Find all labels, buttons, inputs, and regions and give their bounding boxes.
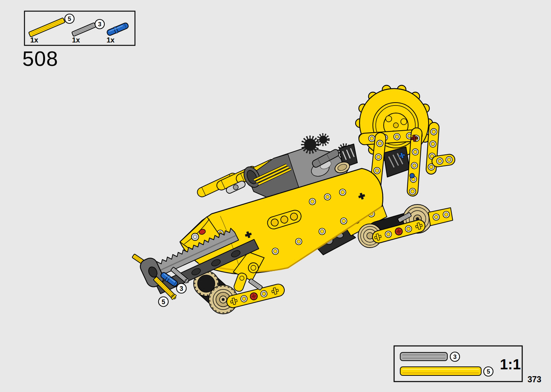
callout-3-label: 3 bbox=[180, 285, 183, 292]
part-callout-5-label: 5 bbox=[68, 15, 71, 22]
step-number: 508 bbox=[22, 47, 58, 70]
scale-axle-7-yellow bbox=[400, 367, 481, 375]
callout-5-label: 5 bbox=[162, 298, 165, 306]
scale-callout-5-label: 5 bbox=[487, 368, 490, 375]
parts-callout-box: 5 3 1x 1x 1x bbox=[24, 11, 135, 45]
page-canvas: 3 5 5 3 bbox=[0, 0, 551, 392]
callout-3-badge: 3 bbox=[177, 284, 186, 293]
instruction-page: 3 5 5 3 bbox=[0, 0, 551, 392]
part-callout-3-label: 3 bbox=[98, 21, 101, 28]
yellow-link bbox=[233, 272, 248, 293]
scale-axle-4-gray bbox=[400, 352, 447, 361]
part-callout-3-badge: 3 bbox=[95, 19, 104, 29]
model-illustration: 3 5 bbox=[132, 85, 456, 314]
quantity-axle-gray: 1x bbox=[72, 36, 80, 44]
scale-callout-5-badge: 5 bbox=[484, 367, 493, 376]
scale-box: 3 5 1:1 bbox=[394, 346, 522, 382]
quantity-pin-blue: 1x bbox=[107, 36, 114, 44]
part-callout-5-badge: 5 bbox=[65, 14, 74, 23]
quantity-axle-yellow: 1x bbox=[30, 36, 38, 44]
page-number: 373 bbox=[528, 375, 541, 384]
gray-axle-track bbox=[248, 279, 263, 290]
scale-label: 1:1 bbox=[500, 356, 521, 372]
scale-callout-3-badge: 3 bbox=[450, 352, 460, 361]
scale-callout-3-label: 3 bbox=[453, 353, 456, 360]
callout-5-badge: 5 bbox=[159, 297, 168, 307]
